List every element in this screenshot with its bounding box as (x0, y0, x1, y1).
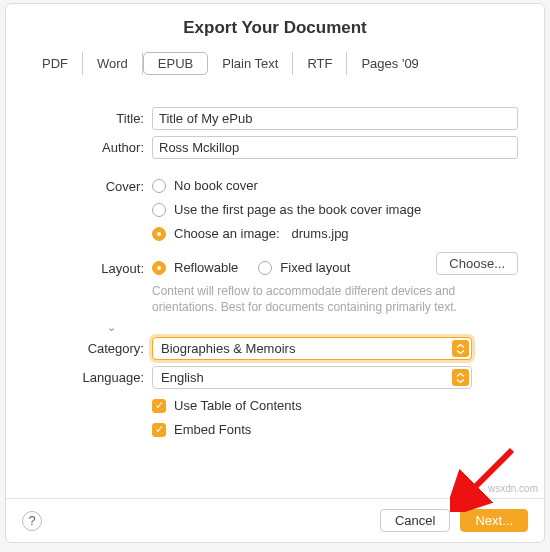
cancel-button[interactable]: Cancel (380, 509, 450, 532)
author-input[interactable] (152, 136, 518, 159)
language-select[interactable]: English (152, 366, 472, 389)
layout-reflowable-label: Reflowable (174, 260, 238, 275)
layout-option-reflowable[interactable]: Reflowable (152, 257, 238, 278)
author-label: Author: (32, 136, 144, 155)
radio-icon (152, 179, 166, 193)
dialog-title: Export Your Document (6, 4, 544, 52)
toc-checkbox[interactable]: ✓ Use Table of Contents (152, 395, 518, 416)
tab-pdf[interactable]: PDF (28, 52, 83, 75)
tab-word[interactable]: Word (83, 52, 143, 75)
export-dialog: Export Your Document PDF Word EPUB Plain… (5, 3, 545, 543)
layout-option-fixed[interactable]: Fixed layout (258, 257, 350, 278)
layout-help-text: Content will reflow to accommodate diffe… (152, 281, 518, 315)
dropdown-arrow-icon (452, 340, 469, 357)
export-format-tabs: PDF Word EPUB Plain Text RTF Pages '09 (6, 52, 544, 83)
cover-file-name: drums.jpg (288, 226, 349, 241)
language-value: English (161, 370, 204, 385)
radio-icon (152, 261, 166, 275)
layout-fixed-label: Fixed layout (280, 260, 350, 275)
embed-fonts-checkbox[interactable]: ✓ Embed Fonts (152, 419, 518, 440)
radio-icon (152, 203, 166, 217)
dropdown-arrow-icon (452, 369, 469, 386)
category-label: Category: (32, 337, 144, 356)
tab-rtf[interactable]: RTF (293, 52, 347, 75)
help-button[interactable]: ? (22, 511, 42, 531)
watermark-text: wsxdn.com (488, 483, 538, 494)
embed-fonts-label: Embed Fonts (174, 422, 251, 437)
category-select[interactable]: Biographies & Memoirs (152, 337, 472, 360)
chevron-down-icon[interactable]: ⌄ (32, 321, 144, 334)
tab-epub[interactable]: EPUB (143, 52, 208, 75)
layout-label: Layout: (32, 257, 144, 276)
radio-icon (258, 261, 272, 275)
checkbox-checked-icon: ✓ (152, 399, 166, 413)
dialog-footer: ? Cancel Next... (6, 498, 544, 542)
next-button[interactable]: Next... (460, 509, 528, 532)
tab-pages-09[interactable]: Pages '09 (347, 52, 432, 75)
cover-none-label: No book cover (174, 178, 258, 193)
title-label: Title: (32, 107, 144, 126)
tab-plain-text[interactable]: Plain Text (208, 52, 293, 75)
export-form: Title: Author: Cover: No book cover (6, 83, 544, 440)
cover-option-none[interactable]: No book cover (152, 175, 518, 196)
cover-choose-label: Choose an image: (174, 226, 280, 241)
cover-label: Cover: (32, 175, 144, 194)
checkbox-checked-icon: ✓ (152, 423, 166, 437)
title-input[interactable] (152, 107, 518, 130)
language-label: Language: (32, 366, 144, 385)
toc-label: Use Table of Contents (174, 398, 302, 413)
cover-first-page-label: Use the first page as the book cover ima… (174, 202, 421, 217)
cover-option-first-page[interactable]: Use the first page as the book cover ima… (152, 199, 518, 220)
cover-option-choose-image[interactable]: Choose an image: drums.jpg (152, 223, 518, 244)
choose-image-button[interactable]: Choose... (436, 252, 518, 275)
radio-icon (152, 227, 166, 241)
category-value: Biographies & Memoirs (161, 341, 295, 356)
